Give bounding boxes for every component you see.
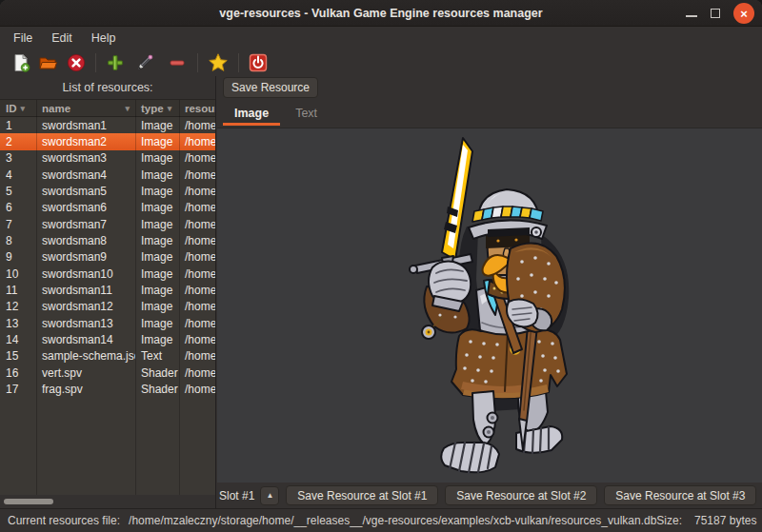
sort-arrow-icon: ▾ [125, 104, 130, 113]
cell-path: /home [179, 135, 215, 148]
tab-image[interactable]: Image [221, 99, 282, 128]
tab-text[interactable]: Text [282, 99, 331, 128]
cell-type: Image [135, 250, 179, 264]
column-separator [179, 100, 180, 495]
column-separator [36, 100, 37, 495]
save-resource-button[interactable]: Save Resource [223, 77, 318, 98]
status-label: Current resources file: [8, 514, 120, 527]
slot-selector-value[interactable]: Slot #1 [217, 489, 260, 502]
add-resource-button[interactable] [105, 52, 126, 73]
maximize-button[interactable] [711, 9, 720, 18]
column-header-name[interactable]: name ▾ [36, 100, 135, 116]
pencil-icon [135, 53, 154, 72]
table-row[interactable]: 4swordsman4Image/home [0, 167, 215, 183]
open-file-button[interactable] [37, 52, 58, 73]
power-icon [249, 53, 268, 72]
cell-path: /home [179, 168, 215, 182]
cell-id: 14 [0, 333, 36, 346]
minimize-button[interactable] [686, 15, 697, 17]
exit-button[interactable] [248, 52, 269, 73]
table-row[interactable]: 9swordsman9Image/home [0, 249, 215, 266]
column-header-resource[interactable]: resource [179, 100, 215, 116]
cell-name: swordsman6 [36, 201, 135, 214]
close-file-button[interactable] [66, 52, 87, 73]
cell-id: 13 [0, 317, 36, 330]
slot-selector-dropdown-button[interactable]: ▲ [260, 486, 279, 505]
cell-id: 11 [0, 284, 36, 297]
table-row[interactable]: 17frag.spvShader/home [0, 382, 215, 398]
save-slot-1-button[interactable]: Save Resource at Slot #1 [286, 485, 438, 505]
cell-id: 7 [0, 218, 36, 231]
cell-type: Image [135, 201, 179, 214]
cell-name: swordsman14 [36, 333, 135, 346]
menu-help[interactable]: Help [82, 29, 126, 48]
remove-resource-button[interactable] [167, 52, 188, 73]
cell-type: Shader [135, 383, 179, 396]
cell-type: Image [135, 234, 179, 247]
cell-type: Image [135, 218, 179, 231]
open-folder-icon [38, 53, 57, 72]
save-slot-2-button[interactable]: Save Resource at Slot #2 [445, 485, 597, 505]
cell-name: swordsman1 [36, 119, 135, 132]
cell-id: 15 [0, 349, 36, 363]
column-header-id[interactable]: ID ▾ [0, 100, 36, 116]
cell-id: 2 [0, 135, 36, 148]
menu-edit[interactable]: Edit [42, 29, 82, 48]
current-file-path: /home/mzaleczny/storage/home/__releases_… [129, 514, 656, 527]
table-body: 1swordsman1Image/home2swordsman2Image/ho… [0, 117, 215, 398]
resources-panel-title: List of resources: [0, 76, 215, 99]
sort-arrow-icon: ▾ [21, 104, 26, 113]
toolbar-separator [238, 53, 239, 72]
column-header-type[interactable]: type ▾ [135, 100, 179, 116]
save-slot-3-button[interactable]: Save Resource at Slot #3 [604, 485, 756, 505]
edit-resource-button[interactable] [134, 52, 155, 73]
table-row[interactable]: 2swordsman2Image/home [0, 133, 215, 149]
menu-file[interactable]: File [4, 29, 42, 48]
cell-name: swordsman10 [36, 267, 135, 281]
plus-icon [106, 53, 125, 72]
cell-id: 12 [0, 300, 36, 313]
cell-name: swordsman11 [36, 284, 135, 297]
table-row[interactable]: 15sample-schema.jsonText/home [0, 348, 215, 365]
cell-id: 4 [0, 168, 36, 182]
menubar: File Edit Help [0, 27, 762, 49]
table-row[interactable]: 13swordsman13Image/home [0, 315, 215, 331]
table-row[interactable]: 1swordsman1Image/home [0, 117, 215, 133]
close-button[interactable]: × [733, 3, 754, 24]
preview-panel: Save Resource Image Text [217, 76, 762, 508]
cell-type: Text [135, 349, 179, 363]
cell-name: sample-schema.json [36, 349, 135, 363]
cell-type: Image [135, 135, 179, 148]
table-row[interactable]: 16vert.spvShader/home [0, 365, 215, 381]
table-row[interactable]: 12swordsman12Image/home [0, 299, 215, 315]
cell-name: swordsman7 [36, 218, 135, 231]
table-row[interactable]: 11swordsman11Image/home [0, 282, 215, 298]
cell-type: Image [135, 333, 179, 346]
table-row[interactable]: 6swordsman6Image/home [0, 200, 215, 216]
preview-tabbar: Image Text [217, 99, 762, 128]
scrollbar-thumb[interactable] [4, 499, 53, 504]
app-window: vge-resources - Vulkan Game Engine resou… [0, 0, 762, 532]
table-row[interactable]: 5swordsman5Image/home [0, 183, 215, 199]
horizontal-scrollbar[interactable] [2, 499, 213, 505]
table-row[interactable]: 8swordsman8Image/home [0, 232, 215, 248]
cell-name: swordsman5 [36, 185, 135, 198]
new-file-button[interactable] [10, 52, 31, 73]
new-file-icon [11, 53, 30, 72]
cell-path: /home [179, 349, 215, 363]
cell-path: /home [179, 333, 215, 346]
titlebar[interactable]: vge-resources - Vulkan Game Engine resou… [0, 0, 762, 27]
table-row[interactable]: 7swordsman7Image/home [0, 216, 215, 232]
cell-path: /home [179, 151, 215, 165]
cell-type: Image [135, 168, 179, 182]
chevron-up-icon: ▲ [266, 491, 273, 500]
size-label: Size: [656, 514, 682, 527]
cell-id: 1 [0, 119, 36, 132]
favorite-button[interactable] [208, 52, 229, 73]
table-row[interactable]: 14swordsman14Image/home [0, 331, 215, 347]
table-row[interactable]: 10swordsman10Image/home [0, 266, 215, 282]
cell-type: Image [135, 300, 179, 313]
table-row[interactable]: 3swordsman3Image/home [0, 150, 215, 167]
cell-path: /home [179, 300, 215, 313]
cell-id: 16 [0, 366, 36, 380]
